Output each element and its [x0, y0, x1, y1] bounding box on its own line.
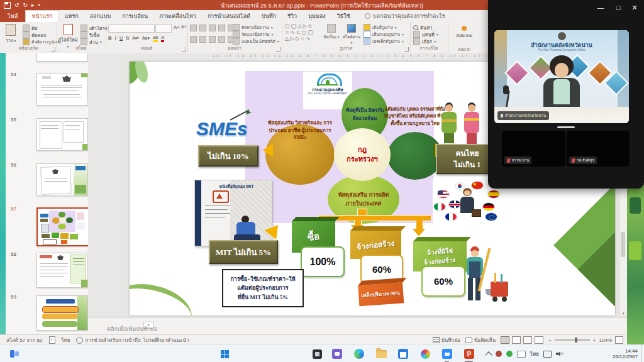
tab-file[interactable]: ไฟล์	[0, 10, 25, 22]
replace-button[interactable]: แทนที่▾	[413, 31, 438, 38]
justify-button[interactable]	[218, 36, 225, 43]
scrollbar-thumb[interactable]	[621, 232, 625, 257]
scroll-down-icon[interactable]: ▼	[621, 312, 625, 315]
language-button[interactable]: ไทย	[62, 336, 70, 344]
zoom-level[interactable]: 104%	[599, 337, 612, 343]
slide-sorter-view-button[interactable]	[512, 336, 521, 344]
comments-toggle[interactable]: ข้อคิดเห็น	[465, 336, 496, 344]
main-video-tile[interactable]: สำนักงานคลังจังหวัดน่าน The Nan Provinci…	[494, 30, 629, 123]
tab-design[interactable]: ออกแบบ	[84, 10, 117, 22]
slideshow-view-button[interactable]	[535, 336, 543, 344]
layout-button[interactable]: เค้าโครง	[80, 25, 108, 31]
thumbnail-slide-58[interactable]	[36, 253, 88, 288]
chat-app-icon[interactable]	[331, 348, 343, 359]
cut-button[interactable]: ตัด	[23, 25, 38, 31]
spellcheck-button[interactable]: ✓	[49, 336, 55, 344]
shape-outline-button[interactable]: เส้นกรอบรูปร่าง▾	[364, 31, 404, 38]
font-color-button[interactable]: A	[161, 35, 164, 42]
font-size-combo[interactable]	[155, 25, 172, 33]
tray-app-icon[interactable]	[496, 351, 502, 357]
start-button[interactable]	[219, 348, 230, 359]
align-left-button[interactable]	[190, 36, 197, 43]
tab-slideshow[interactable]: การนำเสนอสไลด์	[202, 10, 256, 22]
thumbnail-slide-59[interactable]	[36, 295, 88, 331]
numbering-button[interactable]	[199, 25, 206, 31]
badge-not-over-10pct[interactable]: ไม่เกิน 10%	[198, 145, 258, 167]
thumbnail-slide-55[interactable]	[36, 118, 88, 151]
reading-view-button[interactable]	[523, 336, 532, 344]
minimize-icon[interactable]: —	[596, 4, 605, 11]
accessibility-checker[interactable]: การช่วยสำหรับการเข้าถึง: โปรดศึกษาคำแนะน…	[76, 336, 189, 344]
smartart-button[interactable]: แปลงเป็น SmartArt▾	[233, 38, 279, 45]
zoom-out-button[interactable]: −	[548, 337, 552, 343]
mit-note-box[interactable]: การซื้อ+ใช้เกณฑ์ราคา=ให้ แต้มต่อผู้ประกอ…	[222, 269, 304, 307]
shrink-font-button[interactable]: A˅	[180, 25, 188, 29]
language-indicator[interactable]: ไทย	[530, 350, 539, 358]
copy-button[interactable]: คัดลอก	[23, 31, 47, 38]
bold-button[interactable]: B	[108, 35, 111, 41]
powerpoint-app-icon[interactable]: P	[464, 348, 475, 359]
tell-me-box[interactable]: บอกฉันว่าคุณต้องการทำอะไร	[365, 10, 445, 22]
notes-pane[interactable]: ▼ คลิกเพื่อเพิ่มบันทึกย่อ	[88, 317, 627, 335]
addins-button[interactable]: Add-ins	[454, 24, 474, 38]
tab-help[interactable]: วิธีใช้	[331, 10, 356, 22]
maximize-icon[interactable]: □	[614, 4, 623, 11]
widgets-button[interactable]	[9, 348, 20, 359]
fit-to-window-button[interactable]	[615, 336, 623, 344]
font-dialog-launcher[interactable]	[182, 47, 186, 52]
tab-record[interactable]: บันทึก	[256, 10, 282, 22]
tab-transitions[interactable]: การเปลี่ยน	[116, 10, 153, 22]
decrease-indent-button[interactable]	[209, 25, 216, 31]
show-desktop-button[interactable]	[641, 345, 644, 362]
shape-effects-button[interactable]: เอฟเฟ็กต์รูปร่าง▾	[364, 38, 404, 45]
align-text-button[interactable]: จัดแนวข้อความ▾	[233, 31, 274, 38]
touch-keyboard-icon[interactable]	[543, 351, 552, 358]
box-steel-note[interactable]: เหล็กปริมาณ 90%	[353, 278, 404, 306]
photos-app-icon[interactable]	[419, 348, 431, 359]
drawing-dialog-launcher[interactable]	[404, 47, 409, 52]
character-spacing-button[interactable]: A⇄	[132, 36, 139, 41]
notes-placeholder[interactable]: คลิกเพื่อเพิ่มบันทึกย่อ	[107, 325, 157, 334]
thumbnail-slide-56[interactable]	[36, 163, 88, 196]
ellipse-thai-advantage[interactable]	[387, 132, 443, 180]
thumbnail-partial[interactable]	[36, 53, 88, 62]
arrange-button[interactable]: จัดเรียง ▾	[322, 24, 341, 40]
reset-button[interactable]: รีเซ็ต	[80, 31, 100, 38]
center-button[interactable]	[199, 36, 206, 43]
increase-indent-button[interactable]	[218, 25, 225, 31]
italic-button[interactable]: I	[114, 35, 116, 41]
close-icon[interactable]: ✕	[630, 4, 639, 11]
quick-styles-button[interactable]: สไตล์ด่วน ▾	[342, 24, 361, 45]
strikethrough-button[interactable]: S	[126, 35, 129, 41]
zoom-slider-thumb[interactable]	[575, 337, 577, 343]
taskbar-clock[interactable]: 14:44 26/12/2567	[613, 348, 638, 359]
tab-review[interactable]: รีวิว	[282, 10, 303, 22]
tab-view[interactable]: มุมมอง	[303, 10, 331, 22]
microsoft-store-icon[interactable]	[397, 348, 409, 359]
thumbnail-slide-57-selected[interactable]	[36, 207, 89, 246]
find-button[interactable]: ค้นหา	[413, 24, 432, 31]
change-case-button[interactable]: Aa▾	[142, 36, 150, 41]
notes-toggle[interactable]: บันทึกย่อ	[433, 336, 460, 344]
video-tile-1[interactable]: สรรพ.น่าน	[502, 131, 565, 167]
underline-button[interactable]: U	[119, 35, 123, 41]
clipboard-dialog-launcher[interactable]	[51, 47, 55, 52]
ime-icon[interactable]	[517, 351, 526, 358]
shapes-gallery[interactable]: ▢◯△▷◇☆∿⊂▢◯△▷◇☆∿	[285, 23, 320, 42]
paste-button[interactable]: วาง ▾	[1, 24, 20, 44]
badge-mit-not-over-5pct[interactable]: MIT ไม่เกิน 5%	[209, 240, 278, 264]
tab-animations[interactable]: ภาพเคลื่อนไหว	[153, 10, 202, 22]
thumbnail-slide-54[interactable]	[36, 73, 88, 106]
shape-fill-button[interactable]: เติมสีรูปร่าง▾	[364, 24, 397, 31]
tab-insert[interactable]: แทรก	[59, 10, 84, 22]
gallery-drag-handle[interactable]	[557, 126, 575, 128]
edge-browser-icon[interactable]	[353, 348, 365, 359]
hidden-icons-chevron[interactable]	[485, 351, 492, 358]
ellipse-ministry-regulation[interactable]: กฎกระทรวงฯ	[334, 128, 391, 181]
bullets-button[interactable]	[190, 25, 197, 31]
zoom-slider[interactable]	[555, 339, 590, 341]
video-tile-2[interactable]: รพ.สันติสุข	[567, 131, 630, 167]
align-right-button[interactable]	[209, 36, 216, 43]
highlight-color-button[interactable]: ab	[153, 35, 158, 42]
text-direction-button[interactable]: ทิศทางข้อความ▾	[233, 24, 273, 31]
